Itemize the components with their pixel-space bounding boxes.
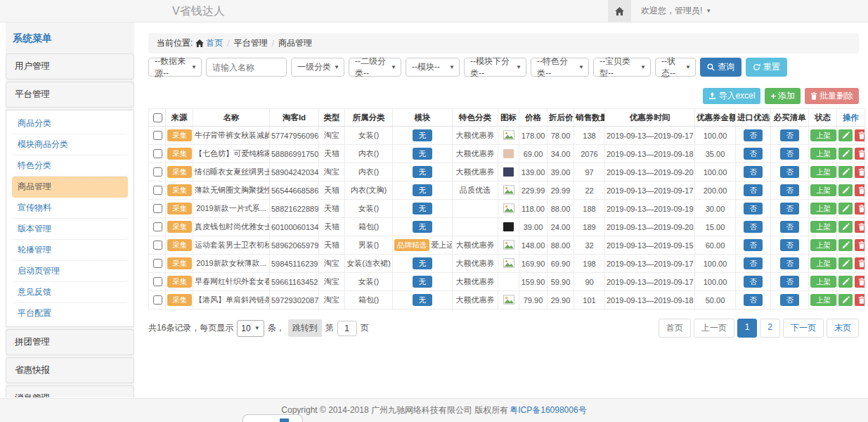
sidebar-subitem[interactable]: 特色分类 xyxy=(12,155,128,177)
sidebar-panel-item[interactable]: 省惠快报 xyxy=(6,357,134,383)
import-select-toggle[interactable]: 否 xyxy=(744,148,763,160)
status-button[interactable]: 上架 xyxy=(810,294,836,306)
page-button[interactable]: 上一页 xyxy=(694,319,734,338)
edit-button[interactable] xyxy=(838,129,853,141)
import-excel-button[interactable]: 导入excel xyxy=(703,88,760,104)
import-select-toggle[interactable]: 否 xyxy=(744,203,763,215)
must-buy-toggle[interactable]: 否 xyxy=(780,184,799,196)
import-select-toggle[interactable]: 否 xyxy=(744,166,763,178)
row-checkbox[interactable] xyxy=(153,295,162,305)
status-button[interactable]: 上架 xyxy=(810,257,836,269)
delete-button[interactable] xyxy=(855,276,865,288)
sidebar-panel-item[interactable]: 消息管理 xyxy=(6,385,134,397)
import-select-toggle[interactable]: 否 xyxy=(744,294,763,306)
must-buy-toggle[interactable]: 否 xyxy=(780,294,799,306)
add-button[interactable]: + 添加 xyxy=(765,88,801,104)
edit-button[interactable] xyxy=(838,257,853,269)
delete-button[interactable] xyxy=(855,294,865,306)
status-button[interactable]: 上架 xyxy=(810,239,836,251)
per-page-select[interactable]: 10 ▼ xyxy=(237,320,264,337)
sidebar-subitem[interactable]: 意见反馈 xyxy=(12,282,128,303)
filter-select[interactable]: --数据来源--▼ xyxy=(148,58,202,77)
delete-button[interactable] xyxy=(855,129,865,141)
filter-select[interactable]: 一级分类▼ xyxy=(291,58,344,77)
sidebar-subitem[interactable]: 模块商品分类 xyxy=(12,134,128,155)
row-checkbox[interactable] xyxy=(153,149,162,158)
import-select-toggle[interactable]: 否 xyxy=(744,276,763,288)
status-button[interactable]: 上架 xyxy=(810,184,836,196)
edit-button[interactable] xyxy=(838,276,853,288)
delete-button[interactable] xyxy=(855,221,865,233)
must-buy-toggle[interactable]: 否 xyxy=(780,129,799,141)
page-button[interactable]: 下一页 xyxy=(783,319,824,338)
filter-select[interactable]: --特色分类--▼ xyxy=(531,58,589,77)
batch-delete-button[interactable]: 批量删除 xyxy=(805,88,859,104)
edit-button[interactable] xyxy=(838,203,853,215)
filter-select[interactable]: --状态--▼ xyxy=(655,58,696,77)
reset-button[interactable]: 重置 xyxy=(746,58,787,77)
must-buy-toggle[interactable]: 否 xyxy=(780,221,799,233)
delete-button[interactable] xyxy=(855,148,865,160)
edit-button[interactable] xyxy=(838,148,853,160)
row-checkbox[interactable] xyxy=(153,222,162,231)
edit-button[interactable] xyxy=(838,166,853,178)
home-button[interactable] xyxy=(608,0,631,22)
edit-button[interactable] xyxy=(838,294,853,306)
select-all-checkbox[interactable] xyxy=(153,113,162,122)
page-number-input[interactable] xyxy=(337,321,357,336)
breadcrumb-home-link[interactable]: 首页 xyxy=(195,37,223,49)
status-button[interactable]: 上架 xyxy=(810,203,836,215)
page-button[interactable]: 首页 xyxy=(659,319,691,338)
sidebar-subitem[interactable]: 商品分类 xyxy=(12,113,128,134)
must-buy-toggle[interactable]: 否 xyxy=(780,276,799,288)
status-button[interactable]: 上架 xyxy=(810,129,836,141)
sidebar-subitem[interactable]: 宣传物料 xyxy=(12,198,128,219)
sidebar-panel-item[interactable]: 拼团管理 xyxy=(6,329,134,355)
must-buy-toggle[interactable]: 否 xyxy=(780,257,799,269)
edit-button[interactable] xyxy=(838,239,853,251)
import-select-toggle[interactable]: 否 xyxy=(744,184,763,196)
delete-button[interactable] xyxy=(855,184,865,196)
row-checkbox[interactable] xyxy=(153,167,162,177)
filter-select[interactable]: --模块下分类--▼ xyxy=(464,58,526,77)
delete-button[interactable] xyxy=(855,257,865,269)
row-checkbox[interactable] xyxy=(153,186,162,195)
status-button[interactable]: 上架 xyxy=(810,166,836,178)
jump-button[interactable]: 跳转到 xyxy=(288,319,322,337)
delete-button[interactable] xyxy=(855,203,865,215)
import-select-toggle[interactable]: 否 xyxy=(744,221,763,233)
filter-select[interactable]: --宝贝类型--▼ xyxy=(593,58,651,77)
sidebar-subitem[interactable]: 平台配置 xyxy=(12,303,128,324)
must-buy-toggle[interactable]: 否 xyxy=(780,239,799,251)
filter-select[interactable]: --二级分类--▼ xyxy=(349,58,401,77)
page-button[interactable]: 2 xyxy=(760,319,780,338)
import-select-toggle[interactable]: 否 xyxy=(744,129,763,141)
delete-button[interactable] xyxy=(855,166,865,178)
status-button[interactable]: 上架 xyxy=(810,221,836,233)
import-select-toggle[interactable]: 否 xyxy=(744,239,763,251)
must-buy-toggle[interactable]: 否 xyxy=(780,203,799,215)
user-menu[interactable]: 欢迎您，管理员! ▼ xyxy=(641,5,711,17)
row-checkbox[interactable] xyxy=(153,241,162,250)
delete-button[interactable] xyxy=(855,239,865,251)
edit-button[interactable] xyxy=(838,184,853,196)
search-button[interactable]: 查询 xyxy=(700,58,741,77)
page-button[interactable]: 1 xyxy=(737,319,758,338)
sidebar-subitem[interactable]: 轮播管理 xyxy=(12,240,128,261)
filter-select[interactable]: --模块--▼ xyxy=(406,58,460,77)
status-button[interactable]: 上架 xyxy=(810,148,836,160)
import-select-toggle[interactable]: 否 xyxy=(744,257,763,269)
must-buy-toggle[interactable]: 否 xyxy=(780,166,799,178)
sidebar-subitem[interactable]: 启动页管理 xyxy=(12,261,128,282)
status-button[interactable]: 上架 xyxy=(810,276,836,288)
row-checkbox[interactable] xyxy=(153,259,162,268)
icp-link[interactable]: 粤ICP备16098006号 xyxy=(510,404,586,416)
name-search-input[interactable] xyxy=(206,58,287,77)
row-checkbox[interactable] xyxy=(153,131,162,140)
row-checkbox[interactable] xyxy=(153,204,162,213)
sidebar-panel-item[interactable]: 用户管理 xyxy=(6,53,134,79)
row-checkbox[interactable] xyxy=(153,277,162,286)
sidebar-subitem[interactable]: 商品管理 xyxy=(12,177,128,198)
edit-button[interactable] xyxy=(838,221,853,233)
page-button[interactable]: 末页 xyxy=(827,319,859,338)
